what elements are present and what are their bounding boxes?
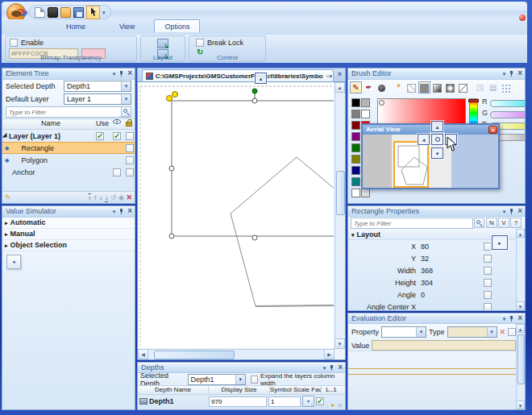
move-down-icon[interactable]: ↓ (99, 193, 103, 201)
angle-center-x-eval-checkbox[interactable] (484, 303, 492, 311)
canvas-vertical-scrollbar[interactable]: ▲ ▼ (335, 82, 345, 349)
tab-view[interactable]: View (110, 20, 144, 32)
vertical-scroll-thumb[interactable] (336, 171, 345, 215)
properties-filter-input[interactable] (351, 218, 473, 229)
dock-guide-right[interactable] (492, 235, 508, 250)
width-eval-checkbox[interactable] (484, 267, 492, 275)
visibility-column-icon[interactable] (113, 119, 121, 124)
chevron-down-icon[interactable] (121, 81, 131, 91)
section-automatic[interactable]: Automatic (2, 218, 135, 229)
pin-icon[interactable] (118, 208, 124, 215)
drawing-canvas[interactable] (139, 83, 334, 348)
symbol-scale-field[interactable] (268, 396, 301, 407)
palette-swatch[interactable] (361, 110, 370, 118)
pattern-grid-icon[interactable] (500, 81, 512, 93)
enable-checkbox[interactable] (10, 39, 18, 47)
pin-icon[interactable] (509, 208, 514, 215)
polygon-shape[interactable] (231, 157, 334, 306)
palette-swatch[interactable] (361, 189, 370, 197)
dock-guide-cluster-up[interactable] (431, 121, 443, 132)
pointer-tool-button[interactable] (86, 6, 100, 19)
palette-swatch[interactable] (351, 121, 360, 130)
property-row-angle[interactable]: Angle0 (348, 288, 517, 301)
anchor-handle[interactable] (167, 96, 172, 102)
qat-customize-dropdown-icon[interactable] (102, 8, 106, 16)
move-down-icon[interactable]: ↓ (320, 402, 323, 409)
palette-swatch[interactable] (351, 155, 360, 164)
angle-eval-checkbox[interactable] (484, 291, 492, 299)
palette-swatch[interactable] (351, 98, 360, 107)
radial-gradient-fill-icon[interactable] (444, 81, 456, 93)
dock-guide-cluster-left[interactable] (418, 134, 430, 145)
tree-row-anchor[interactable]: Anchor (2, 166, 135, 178)
canvas-horizontal-scrollbar[interactable]: ◀ ▶ (138, 349, 335, 359)
close-icon[interactable] (517, 69, 522, 77)
horizontal-scroll-thumb[interactable] (154, 351, 235, 359)
anchor-handle[interactable] (172, 92, 178, 98)
green-slider-track[interactable] (490, 111, 526, 118)
edit-icon[interactable]: ✎ (5, 193, 11, 201)
scroll-down-icon[interactable]: ▼ (516, 400, 525, 409)
rotation-handle[interactable] (252, 89, 257, 93)
remove-evaluation-icon[interactable]: ✕ (500, 328, 506, 336)
scroll-down-icon[interactable]: ▼ (335, 338, 345, 349)
save-icon[interactable] (73, 7, 84, 18)
chevron-down-icon[interactable] (121, 94, 131, 104)
scroll-thumb[interactable] (517, 334, 525, 384)
resize-handle-bottom-left[interactable] (169, 234, 174, 239)
panel-menu-icon[interactable] (503, 69, 506, 77)
tree-row-polygon[interactable]: ◆ Polygon (2, 154, 135, 166)
tree-row-rectangle[interactable]: ◆ Rectangle (2, 142, 135, 154)
symbol-scale-column-header[interactable]: Symbol Scale Facto (270, 386, 322, 394)
property-row-angle-center-x[interactable]: Angle Center X (348, 301, 517, 310)
move-to-bottom-icon[interactable]: ↓ (105, 193, 109, 202)
transparent-fill-icon[interactable] (405, 81, 418, 93)
section-object-selection[interactable]: Object Selection (2, 240, 135, 251)
palette-swatch[interactable] (351, 110, 360, 118)
scroll-up-icon[interactable]: ▲ (335, 82, 345, 93)
chevron-down-icon[interactable] (416, 327, 426, 337)
move-up-icon[interactable]: ↑ (315, 402, 318, 409)
close-icon[interactable] (517, 207, 522, 215)
palette-swatch[interactable] (351, 189, 360, 197)
ink-icon[interactable] (48, 7, 58, 18)
layer-lock-checkbox[interactable] (126, 132, 134, 140)
search-button[interactable] (121, 106, 131, 117)
hue-marker[interactable] (468, 99, 479, 102)
properties-scrollbar[interactable]: ▲ ▼ (516, 229, 525, 310)
scroll-right-icon[interactable]: ▶ (324, 349, 335, 359)
break-lock-checkbox[interactable] (196, 39, 204, 47)
name-filter-button[interactable]: N (486, 218, 497, 228)
stamp-icon[interactable]: ▤ (487, 81, 499, 93)
document-list-dropdown-icon[interactable] (329, 72, 332, 80)
property-row-y[interactable]: Y32 (348, 252, 517, 264)
property-row-height[interactable]: Height304 (348, 276, 517, 288)
palette-swatch[interactable] (351, 177, 360, 186)
dock-guide-cluster-right[interactable] (445, 134, 457, 145)
panel-menu-icon[interactable] (113, 207, 116, 215)
polygon-lock-checkbox[interactable] (126, 156, 134, 164)
panel-menu-icon[interactable] (503, 207, 506, 215)
rotate-icon[interactable]: ↺ (110, 193, 117, 201)
tab-home[interactable]: Home (56, 20, 95, 32)
close-icon[interactable] (517, 314, 522, 322)
layer1-column-header[interactable]: L..1 (322, 386, 341, 394)
property-combo[interactable] (381, 326, 426, 338)
pin-icon[interactable] (509, 315, 514, 322)
open-folder-icon[interactable] (60, 7, 71, 18)
scroll-up-icon[interactable]: ▲ (516, 324, 525, 333)
tree-filter-input[interactable] (6, 106, 131, 118)
evaluation-checkbox[interactable] (508, 328, 516, 336)
height-eval-checkbox[interactable] (484, 279, 492, 287)
move-up-icon[interactable]: ↑ (94, 193, 98, 201)
panel-menu-icon[interactable] (323, 363, 326, 371)
move-to-bottom-icon[interactable]: ↓ (325, 402, 328, 409)
anchor-lock-checkbox[interactable] (126, 168, 134, 176)
dock-guide-cluster-center[interactable] (431, 134, 443, 145)
anchor-visible-checkbox[interactable] (113, 168, 121, 176)
tab-options[interactable]: Options (154, 19, 200, 32)
value-field[interactable] (372, 340, 516, 351)
object-selection-tool-button[interactable]: ◂ (6, 255, 21, 269)
diagonal-fill-icon[interactable] (457, 81, 469, 93)
document-close-icon[interactable]: × (338, 70, 342, 78)
